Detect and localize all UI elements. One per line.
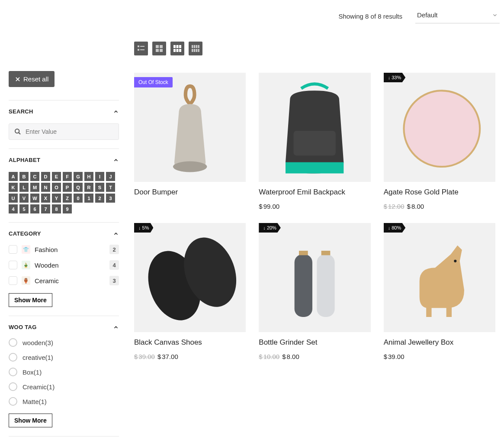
tag-item[interactable]: creative(1) bbox=[9, 353, 119, 362]
alphabet-filter-Q[interactable]: Q bbox=[74, 183, 83, 192]
reset-label: Reset all bbox=[23, 75, 48, 83]
product-card[interactable]: Out Of StockDoor Bumper bbox=[134, 73, 246, 210]
alphabet-filter-Y[interactable]: Y bbox=[52, 194, 61, 203]
product-image[interactable]: ↓ 5% bbox=[134, 223, 246, 332]
layout-grid3-button[interactable] bbox=[170, 42, 184, 55]
svg-rect-21 bbox=[198, 45, 199, 48]
product-card[interactable]: ↓ 80%Animal Jewellery Box$39.00 bbox=[384, 223, 495, 360]
layout-list-button[interactable] bbox=[134, 42, 148, 55]
sort-selected-label: Default bbox=[417, 11, 438, 19]
alphabet-filter-I[interactable]: I bbox=[95, 172, 104, 181]
alphabet-filter-C[interactable]: C bbox=[30, 172, 39, 181]
radio[interactable] bbox=[9, 353, 17, 362]
sort-dropdown[interactable]: Default bbox=[415, 9, 500, 23]
alphabet-filter-S[interactable]: S bbox=[95, 183, 104, 192]
alphabet-filter-Z[interactable]: Z bbox=[63, 194, 72, 203]
product-image[interactable]: ↓ 80% bbox=[384, 223, 495, 332]
alphabet-filter-1[interactable]: 1 bbox=[84, 194, 93, 203]
filter-toggle-category[interactable]: CATEGORY bbox=[9, 230, 119, 237]
alphabet-filter-P[interactable]: P bbox=[63, 183, 72, 192]
product-image[interactable]: ↓ 20% bbox=[259, 223, 370, 332]
alphabet-filter-W[interactable]: W bbox=[30, 194, 39, 203]
category-item[interactable]: 🎍Wooden4 bbox=[9, 260, 119, 270]
product-title: Waterproof Emil Backpack bbox=[259, 188, 370, 197]
svg-rect-37 bbox=[426, 306, 431, 317]
svg-rect-24 bbox=[196, 49, 198, 52]
radio[interactable] bbox=[9, 368, 17, 376]
product-image[interactable]: Out Of Stock bbox=[134, 73, 246, 182]
tag-item[interactable]: wooden(3) bbox=[9, 338, 119, 347]
tag-item[interactable]: Box(1) bbox=[9, 368, 119, 376]
alphabet-filter-H[interactable]: H bbox=[84, 172, 93, 181]
checkbox[interactable] bbox=[9, 276, 17, 285]
price-current: $8.00 bbox=[407, 203, 424, 210]
layout-grid4-button[interactable] bbox=[189, 42, 202, 55]
alphabet-filter-K[interactable]: K bbox=[9, 183, 18, 192]
filter-toggle-alphabet[interactable]: ALPHABET bbox=[9, 157, 119, 163]
product-card[interactable]: ↓ 33%Agate Rose Gold Plate$12.00$8.00 bbox=[384, 73, 495, 210]
svg-rect-13 bbox=[177, 45, 179, 48]
checkbox[interactable] bbox=[9, 245, 17, 254]
radio[interactable] bbox=[9, 382, 17, 391]
alphabet-filter-X[interactable]: X bbox=[41, 194, 50, 203]
category-item[interactable]: 🏺Ceramic3 bbox=[9, 276, 119, 285]
alphabet-filter-A[interactable]: A bbox=[9, 172, 18, 181]
category-count: 4 bbox=[109, 260, 119, 270]
grid3-icon bbox=[173, 45, 181, 52]
product-card[interactable]: Waterproof Emil Backpack$99.00 bbox=[259, 73, 370, 210]
tag-item[interactable]: Creamic(1) bbox=[9, 382, 119, 391]
alphabet-filter-4[interactable]: 4 bbox=[9, 204, 18, 213]
alphabet-filter-9[interactable]: 9 bbox=[63, 204, 72, 213]
alphabet-filter-J[interactable]: J bbox=[106, 172, 115, 181]
alphabet-filter-7[interactable]: 7 bbox=[41, 204, 50, 213]
alphabet-filter-2[interactable]: 2 bbox=[95, 194, 104, 203]
list-icon bbox=[137, 45, 145, 52]
radio[interactable] bbox=[9, 397, 17, 406]
checkbox[interactable] bbox=[9, 261, 17, 269]
reset-all-button[interactable]: Reset all bbox=[9, 71, 55, 87]
search-input[interactable] bbox=[26, 128, 113, 135]
alphabet-filter-8[interactable]: 8 bbox=[52, 204, 61, 213]
alphabet-filter-M[interactable]: M bbox=[30, 183, 39, 192]
show-more-tag-button[interactable]: Show More bbox=[9, 414, 52, 427]
show-more-category-button[interactable]: Show More bbox=[9, 293, 52, 307]
alphabet-filter-R[interactable]: R bbox=[84, 183, 93, 192]
grid4-icon bbox=[192, 45, 199, 52]
filter-title: SEARCH bbox=[9, 108, 33, 115]
alphabet-filter-B[interactable]: B bbox=[19, 172, 29, 181]
filter-toggle-search[interactable]: SEARCH bbox=[9, 108, 119, 115]
filter-title: CATEGORY bbox=[9, 230, 41, 237]
tag-label: Creamic(1) bbox=[22, 383, 55, 391]
alphabet-filter-V[interactable]: V bbox=[19, 194, 29, 203]
alphabet-filter-N[interactable]: N bbox=[41, 183, 50, 192]
product-image[interactable]: ↓ 33% bbox=[384, 73, 495, 182]
product-title: Agate Rose Gold Plate bbox=[384, 188, 495, 197]
alphabet-filter-O[interactable]: O bbox=[52, 183, 61, 192]
alphabet-filter-6[interactable]: 6 bbox=[30, 204, 39, 213]
radio[interactable] bbox=[9, 338, 17, 347]
product-image[interactable] bbox=[259, 73, 370, 182]
alphabet-filter-E[interactable]: E bbox=[52, 172, 61, 181]
layout-grid2-button[interactable] bbox=[152, 42, 166, 55]
filter-toggle-wootag[interactable]: WOO TAG bbox=[9, 324, 119, 330]
svg-rect-32 bbox=[295, 254, 312, 317]
alphabet-filter-G[interactable]: G bbox=[74, 172, 83, 181]
alphabet-filter-L[interactable]: L bbox=[19, 183, 29, 192]
price-row: $99.00 bbox=[259, 203, 370, 210]
alphabet-filter-D[interactable]: D bbox=[41, 172, 50, 181]
svg-point-2 bbox=[15, 129, 19, 133]
product-card[interactable]: ↓ 20%Bottle Grinder Set$10.00$8.00 bbox=[259, 223, 370, 360]
alphabet-filter-5[interactable]: 5 bbox=[19, 204, 29, 213]
alphabet-filter-0[interactable]: 0 bbox=[74, 194, 83, 203]
svg-rect-7 bbox=[140, 49, 144, 50]
tag-item[interactable]: Matte(1) bbox=[9, 397, 119, 406]
alphabet-filter-U[interactable]: U bbox=[9, 194, 18, 203]
product-card[interactable]: ↓ 5%Black Canvas Shoes$39.00$37.00 bbox=[134, 223, 246, 360]
svg-rect-27 bbox=[294, 131, 336, 155]
alphabet-filter-3[interactable]: 3 bbox=[106, 194, 115, 203]
category-item[interactable]: 👕Fashion2 bbox=[9, 245, 119, 254]
alphabet-filter-F[interactable]: F bbox=[63, 172, 72, 181]
svg-rect-12 bbox=[173, 45, 176, 48]
alphabet-filter-T[interactable]: T bbox=[106, 183, 115, 192]
category-count: 2 bbox=[109, 245, 119, 254]
